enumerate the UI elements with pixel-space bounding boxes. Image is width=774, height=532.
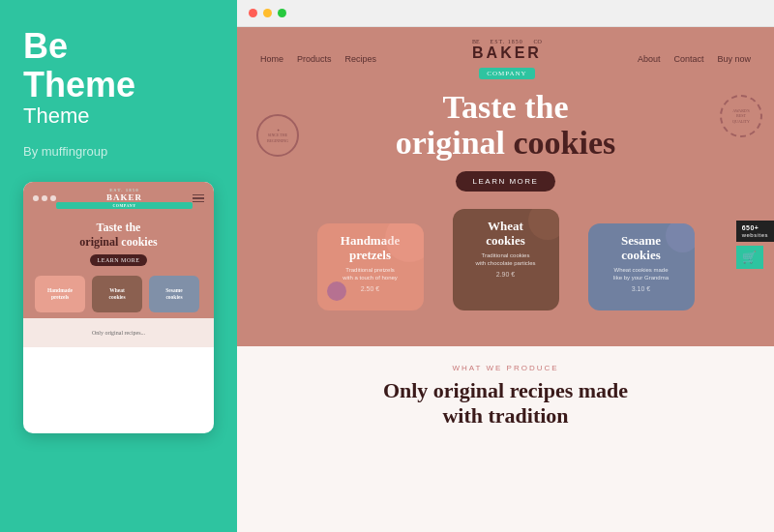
mobile-bag-3: Sesamecookies: [149, 276, 199, 312]
brand-subtitle: Theme: [23, 103, 214, 129]
product-bag-3: Sesamecookies Wheat cookies madelike by …: [588, 223, 695, 310]
mobile-bag-2: Wheatcookies: [92, 276, 142, 312]
browser-dot-green: [278, 9, 286, 17]
hero-section: ✦SINCE THEBEGINNING AWARD'SBESTQUALITY H…: [237, 27, 774, 346]
mobile-product-3: Sesamecookies: [149, 276, 202, 312]
product-desc-1: Traditional pretzelswith a touch of hone…: [342, 267, 398, 282]
mobile-bottom-section: Only original recipes...: [23, 318, 214, 347]
bottom-heading-line1: Only original recipes made: [383, 378, 628, 402]
nav-about[interactable]: About: [638, 54, 661, 64]
product-card-3: Sesamecookies Wheat cookies madelike by …: [574, 214, 709, 310]
mobile-dots: [33, 195, 56, 201]
mobile-browser-bar: EST. 1850 BAKER COMPANY: [23, 182, 214, 213]
nav-logo-name: BAKER: [472, 44, 542, 62]
what-we-produce-label: WHAT WE PRODUCE: [260, 364, 751, 372]
nav-contact[interactable]: Contact: [673, 54, 703, 64]
product-card-1: Handmadepretzels Traditional pretzelswit…: [303, 214, 438, 310]
mobile-product-1: Handmadepretzels: [35, 276, 88, 312]
floating-sub: websites: [742, 232, 768, 238]
decor-circle-2: [327, 281, 346, 301]
floating-count: 650+: [742, 224, 759, 231]
right-panel: ✦SINCE THEBEGINNING AWARD'SBESTQUALITY H…: [237, 0, 774, 532]
browser-dot-yellow: [263, 9, 272, 17]
product-price-1: 2.50 €: [361, 285, 379, 292]
nav-logo-company: COMPANY: [479, 68, 534, 79]
mobile-logo-text: BAKER: [56, 192, 193, 202]
website-preview: ✦SINCE THEBEGINNING AWARD'SBESTQUALITY H…: [237, 27, 774, 532]
browser-dot-red: [249, 9, 257, 17]
mobile-dot-2: [42, 195, 47, 201]
mobile-dot-1: [33, 195, 39, 201]
nav-links-left: Home Products Recipes: [260, 54, 376, 64]
product-name-3: Sesamecookies: [621, 233, 661, 263]
left-panel: Be Theme Theme By muffingroup EST. 1850 …: [0, 0, 237, 532]
bottom-heading-line2: with tradition: [442, 403, 568, 428]
mobile-bag-1: Handmadepretzels: [35, 276, 85, 312]
browser-bar: [237, 0, 774, 27]
products-row: Handmadepretzels Traditional pretzelswit…: [237, 199, 774, 310]
bottom-heading: Only original recipes made with traditio…: [260, 378, 751, 429]
mobile-nav-logo: EST. 1850 BAKER COMPANY: [56, 188, 193, 209]
brand-by: By muffingroup: [23, 144, 214, 159]
brand-title-line1: Be: [23, 27, 214, 66]
decor-circle-4: [666, 223, 695, 252]
floating-cart-button[interactable]: 🛒: [736, 246, 763, 269]
quality-badge: AWARD'SBESTQUALITY: [720, 95, 762, 137]
product-card-2: Wheatcookies Traditional cookieswith cho…: [438, 199, 574, 310]
decor-circle-3: [528, 209, 559, 240]
mobile-cta-button[interactable]: LEARN MORE: [90, 254, 148, 266]
product-bag-1: Handmadepretzels Traditional pretzelswit…: [317, 223, 424, 310]
mobile-preview: EST. 1850 BAKER COMPANY Taste the origin…: [23, 182, 214, 433]
mobile-bottom-text: Only original recipes...: [92, 330, 145, 336]
hero-title-original: original: [396, 125, 505, 161]
hero-content: Taste the original cookies LEARN MORE: [237, 85, 774, 192]
nav-logo: BE EST. 1850 CO BAKER COMPANY: [472, 39, 542, 79]
stamp-text: ✦SINCE THEBEGINNING: [267, 128, 288, 143]
nav-products[interactable]: Products: [297, 54, 332, 64]
mobile-products-row: Handmadepretzels Wheatcookies Sesamecook…: [23, 274, 214, 318]
hero-title-cookies: cookies: [514, 125, 616, 161]
brand-title: Be Theme Theme: [23, 27, 214, 129]
product-price-2: 2.90 €: [496, 271, 515, 278]
nav-recipes[interactable]: Recipes: [345, 54, 377, 64]
stamp-badge: ✦SINCE THEBEGINNING: [256, 114, 299, 157]
mobile-hero: Taste the original cookies LEARN MORE: [23, 213, 214, 274]
bottom-section: WHAT WE PRODUCE Only original recipes ma…: [237, 346, 774, 532]
floating-badges: 650+ websites 🛒: [736, 221, 774, 269]
mobile-product-2: Wheatcookies: [92, 276, 145, 312]
brand-title-line2: Theme: [23, 66, 214, 104]
quality-text: AWARD'SBESTQUALITY: [732, 108, 750, 125]
nav-buy-now[interactable]: Buy now: [717, 54, 751, 64]
product-desc-2: Traditional cookieswith chocolate partic…: [475, 252, 535, 268]
site-navigation: Home Products Recipes BE EST. 1850 CO BA…: [237, 27, 774, 85]
hero-cta-button[interactable]: LEARN MORE: [456, 171, 556, 192]
cart-icon: 🛒: [742, 251, 757, 265]
product-price-3: 3.10 €: [632, 285, 650, 292]
nav-home[interactable]: Home: [260, 54, 283, 64]
product-bag-2: Wheatcookies Traditional cookieswith cho…: [453, 209, 559, 310]
mobile-hero-cookies: cookies: [121, 235, 157, 249]
product-desc-3: Wheat cookies madelike by your Grandma: [613, 267, 669, 282]
hero-title-white: Taste the: [442, 89, 568, 125]
product-name-2: Wheatcookies: [486, 219, 524, 249]
mobile-hero-title: Taste the original cookies: [35, 221, 202, 249]
hero-title: Taste the original cookies: [256, 89, 755, 162]
nav-links-right: About Contact Buy now: [638, 54, 751, 64]
floating-count-badge: 650+ websites: [736, 221, 774, 242]
mobile-hamburger-icon: [193, 194, 204, 203]
